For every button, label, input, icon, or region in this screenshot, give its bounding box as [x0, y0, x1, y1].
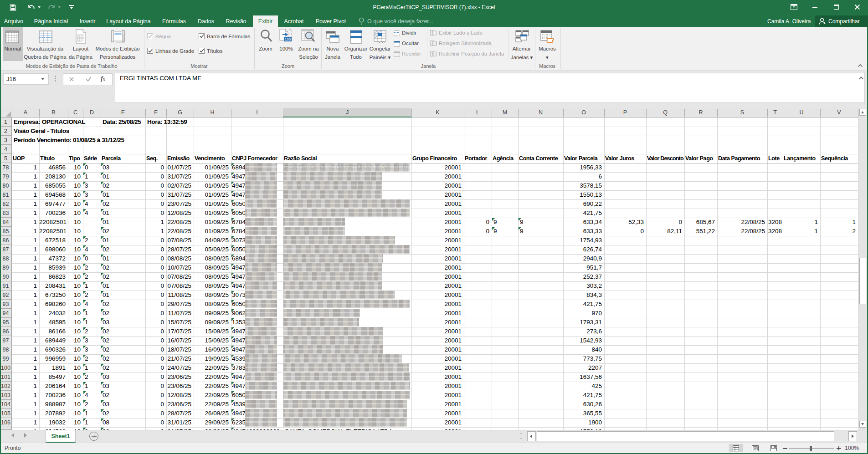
svg-text:100: 100: [285, 37, 291, 41]
